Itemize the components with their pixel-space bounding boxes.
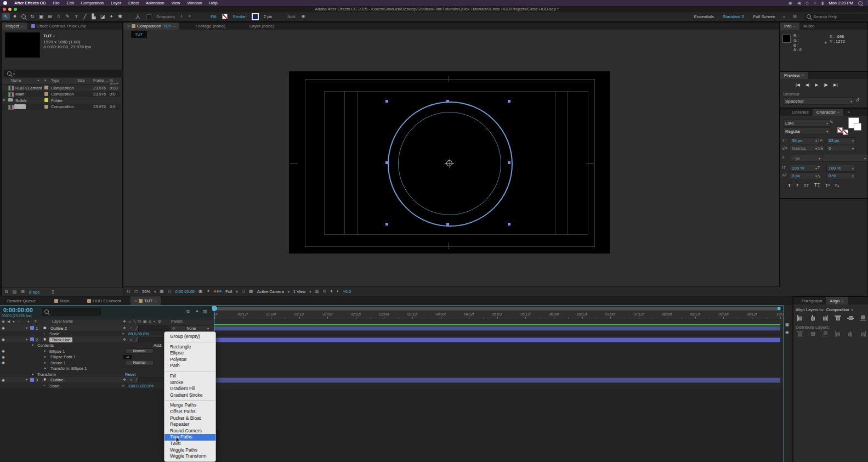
tab-layer[interactable]: Layer (none) xyxy=(246,22,278,30)
group-twirl-icon[interactable]: ▼ xyxy=(43,350,46,353)
comp-mini-tab[interactable]: TUT xyxy=(131,31,147,38)
minimize-window-button[interactable] xyxy=(8,8,12,11)
distribute-left-icon[interactable] xyxy=(835,331,841,337)
workspace-overflow[interactable]: » xyxy=(783,14,785,19)
tab-project[interactable]: Project≡ xyxy=(2,22,27,30)
project-item-name[interactable]: Solids xyxy=(15,98,26,103)
eyedropper-icon[interactable]: ✎ xyxy=(830,120,833,125)
distribute-center-v-icon[interactable] xyxy=(809,331,816,337)
label-color-chip[interactable] xyxy=(44,86,48,89)
menubar-item[interactable]: File xyxy=(53,1,60,5)
layer-name-column[interactable]: Layer Name xyxy=(52,319,73,323)
show-snapshot-icon[interactable]: ✦ xyxy=(207,289,211,294)
eye-toggle[interactable]: ◉ xyxy=(2,360,5,365)
project-bit-depth[interactable]: 8 bpc xyxy=(29,290,40,295)
project-search-box[interactable]: ▾ xyxy=(4,70,124,77)
menu-item-group-empty-[interactable]: Group (empty) xyxy=(164,334,215,340)
property-name[interactable]: Scale xyxy=(49,384,60,388)
menubar-clock[interactable]: Mon 1:29 PM xyxy=(829,1,853,5)
layer-switches[interactable]: ❖ ☼ ╱ xyxy=(123,378,139,382)
tab-effect-controls[interactable]: Effect Controls Thick Line xyxy=(27,22,90,30)
group-name[interactable]: Ellipse Path 1 xyxy=(50,354,76,359)
menu-item-round-corners[interactable]: Round Corners xyxy=(164,428,215,435)
layer-switches[interactable]: ❖ ☼ ╱ xyxy=(123,326,139,330)
eye-toggle[interactable]: ◉ xyxy=(2,326,5,330)
layer-switches[interactable]: ❖ ☼ ╱ xyxy=(123,337,139,342)
eraser-tool-icon[interactable]: ◪ xyxy=(99,13,106,20)
layer-name[interactable]: Thick Line xyxy=(49,337,72,342)
workspace-switcher-icon[interactable]: ⊞ xyxy=(793,14,797,19)
group-twirl-icon[interactable]: ▼ xyxy=(31,343,34,347)
distribute-top-icon[interactable] xyxy=(797,331,803,337)
timeline-timecode[interactable]: 0:00:00:00 xyxy=(3,307,33,313)
grid-guides-icon[interactable]: ▦ xyxy=(160,289,164,294)
stopwatch-icon[interactable]: ◔ xyxy=(43,332,45,336)
stroke-label[interactable]: Stroke: xyxy=(232,14,246,19)
snap-grid-icon[interactable]: ⊹ xyxy=(180,14,184,19)
spotlight-icon[interactable] xyxy=(858,1,863,5)
baseline-shift-select[interactable]: 0 px▾ xyxy=(790,172,819,179)
last-frame-button[interactable]: ▶| xyxy=(833,82,838,87)
eye-toggle[interactable]: ◉ xyxy=(2,355,5,359)
property-row[interactable]: ►TransformResetI xyxy=(0,371,783,377)
stroke-color-box[interactable] xyxy=(854,123,861,131)
tab-character[interactable]: Character≡ xyxy=(813,109,844,116)
align-to-select[interactable]: Composition xyxy=(826,307,849,312)
project-row[interactable]: TUTComposition23.9760:0 xyxy=(2,104,121,110)
vertical-scale-select[interactable]: 100 %▾ xyxy=(790,165,819,172)
menu-item-ellipse[interactable]: Ellipse xyxy=(164,350,215,357)
project-item-name[interactable]: TUT xyxy=(14,104,26,109)
shape-tool-icon[interactable]: ○ xyxy=(55,13,63,20)
group-name[interactable]: Transform xyxy=(37,372,56,377)
view-layout-select[interactable]: 1 View xyxy=(293,289,305,294)
font-family-select[interactable]: Lato▾ xyxy=(783,119,830,127)
project-columns-header[interactable]: Name ▲ ♦ Type Size Frame ... In Point xyxy=(2,78,121,84)
brush-tool-icon[interactable]: ╱ xyxy=(81,13,89,20)
path-visibility-badge[interactable]: ⇄ xyxy=(123,354,133,360)
all-caps-icon[interactable]: TT xyxy=(803,183,809,188)
fill-color-swatch[interactable] xyxy=(222,14,228,19)
play-button[interactable]: ▶ xyxy=(815,82,818,87)
channel-icon[interactable] xyxy=(214,290,222,292)
small-caps-icon[interactable]: T𝚃 xyxy=(814,182,820,188)
stroke-width-value[interactable]: 7 px xyxy=(264,14,272,19)
tab-paragraph[interactable]: Paragraph xyxy=(798,297,826,305)
comp-marker-icon[interactable]: ▣ xyxy=(785,323,790,327)
property-value[interactable]: 88.0,88.0% xyxy=(128,331,149,336)
selection-handle[interactable] xyxy=(446,100,449,103)
group-twirl-icon[interactable]: ► xyxy=(31,373,34,376)
menu-item-gradient-stroke[interactable]: Gradient Stroke xyxy=(164,392,215,399)
leading-select[interactable]: 63 px▾ xyxy=(826,137,856,144)
project-row[interactable]: MainComposition23.9760:0 xyxy=(2,91,121,98)
mask-visibility-icon[interactable]: ⊡ xyxy=(168,289,172,294)
trash-icon[interactable]: ▯ xyxy=(52,290,54,294)
label-color-chip[interactable] xyxy=(44,92,48,96)
menu-item-wiggle-transform[interactable]: Wiggle Transform xyxy=(164,453,215,460)
apple-icon[interactable] xyxy=(3,1,7,5)
property-row[interactable]: ◉►Ellipse Path 1⇄I xyxy=(0,354,783,360)
property-row[interactable]: ▼ContentsAdd:I xyxy=(0,342,783,348)
align-center-h-icon[interactable] xyxy=(809,315,816,321)
project-row[interactable]: HUD ELementComposition23.9760:00 xyxy=(2,84,121,91)
selected-item-name[interactable]: TUT xyxy=(43,33,52,38)
selection-handle[interactable] xyxy=(508,223,510,226)
close-tab-icon[interactable]: × xyxy=(127,24,130,29)
layer-label-swatch[interactable] xyxy=(30,326,34,330)
tab-comp-tut[interactable]: × TUT ≡ xyxy=(131,296,161,305)
layer-row[interactable]: ◉▼2✱Thick Line❖ ☼ ╱◎None▾ xyxy=(0,336,783,342)
blend-mode-select[interactable]: Normal xyxy=(125,348,154,354)
pan-behind-tool-icon[interactable]: ⊞ xyxy=(46,13,54,20)
align-center-v-icon[interactable] xyxy=(847,315,854,321)
property-value[interactable]: 100.0,100.0% xyxy=(128,384,154,388)
layer-twirl-icon[interactable]: ▼ xyxy=(25,378,28,381)
group-name[interactable]: Stroke 1 xyxy=(50,360,66,365)
roi-icon[interactable]: ⊡ xyxy=(241,289,245,294)
tab-audio[interactable]: Audio xyxy=(799,22,818,30)
property-row[interactable]: ◉►Stroke 1NormalI xyxy=(0,359,783,365)
selection-handle[interactable] xyxy=(385,223,388,226)
puppet-pin-tool-icon[interactable]: ✱ xyxy=(116,13,124,20)
clone-stamp-tool-icon[interactable]: ▙ xyxy=(90,13,98,20)
subscript-icon[interactable]: Tₛ xyxy=(835,183,839,188)
sync-icon[interactable]: ○ xyxy=(814,1,816,5)
stroke-width-select[interactable]: – px▾ xyxy=(790,155,822,162)
